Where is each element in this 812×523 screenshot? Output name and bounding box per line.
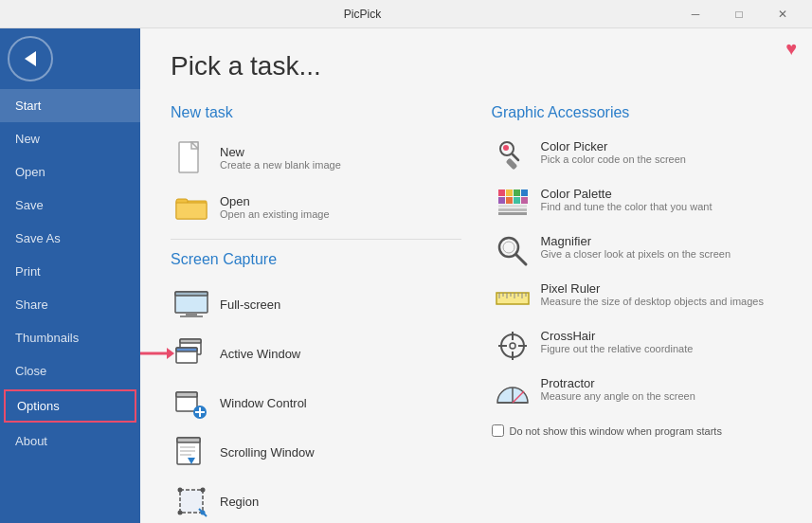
fullscreen-icon [174, 287, 208, 321]
svg-point-60 [510, 343, 515, 349]
sidebar-item-save[interactable]: Save [0, 189, 140, 222]
maximize-button[interactable]: □ [717, 0, 761, 28]
task-new-text: New Create a new blank image [220, 145, 341, 171]
red-arrow-indicator [140, 343, 174, 364]
left-column: New task New Create a new blank image [171, 104, 461, 523]
active-window-icon [174, 336, 208, 370]
svg-point-28 [201, 488, 206, 493]
task-window-control-text: Window Control [220, 396, 307, 410]
sidebar-item-thumbnails[interactable]: Thumbnails [0, 321, 140, 354]
svg-rect-37 [506, 189, 513, 196]
task-item-active-window[interactable]: Active Window [171, 329, 461, 378]
color-picker-text: Color Picker Pick a color code on the sc… [541, 139, 686, 165]
svg-rect-43 [521, 197, 528, 204]
crosshair-icon [496, 329, 530, 363]
task-item-new[interactable]: New Create a new blank image [171, 133, 461, 182]
color-palette-text: Color Palette Find and tune the color th… [541, 187, 713, 212]
acc-item-color-palette[interactable]: Color Palette Find and tune the color th… [492, 180, 783, 227]
svg-rect-12 [176, 348, 197, 352]
scrolling-window-icon [174, 435, 208, 469]
svg-rect-4 [176, 203, 207, 219]
acc-item-color-picker[interactable]: Color Picker Pick a color code on the sc… [492, 133, 783, 180]
main-layout: Start New Open Save Save As Print Share … [0, 28, 812, 523]
svg-point-29 [178, 511, 183, 515]
color-palette-icon [496, 187, 530, 221]
pixel-ruler-icon [496, 281, 530, 316]
two-column-layout: New task New Create a new blank image [171, 104, 782, 523]
protractor-icon [496, 376, 530, 410]
svg-rect-41 [506, 197, 513, 204]
svg-point-48 [503, 242, 514, 253]
pixel-ruler-text: Pixel Ruler Measure the size of desktop … [541, 281, 764, 307]
window-controls: ─ □ ✕ [674, 0, 804, 28]
task-fullscreen-text: Full-screen [220, 298, 280, 312]
svg-point-27 [178, 488, 183, 493]
sidebar-item-start[interactable]: Start [0, 89, 140, 122]
color-picker-icon [496, 139, 530, 173]
svg-rect-6 [175, 292, 208, 296]
svg-rect-10 [180, 339, 201, 343]
svg-rect-42 [514, 197, 520, 204]
right-column: Graphic Accessories Color Picker Pick [492, 104, 783, 523]
svg-marker-14 [167, 348, 174, 359]
section-divider [171, 239, 461, 240]
sidebar-item-about[interactable]: About [0, 424, 140, 458]
close-button[interactable]: ✕ [761, 0, 804, 28]
sidebar: Start New Open Save Save As Print Share … [0, 28, 140, 523]
sidebar-item-close[interactable]: Close [0, 354, 140, 388]
task-item-window-control[interactable]: Window Control [171, 378, 461, 427]
svg-rect-39 [521, 189, 528, 196]
svg-rect-46 [498, 212, 527, 215]
task-active-window-text: Active Window [220, 347, 300, 361]
open-folder-icon [174, 189, 208, 224]
titlebar: PicPick ─ □ ✕ [0, 0, 812, 28]
svg-line-34 [513, 154, 518, 160]
svg-rect-8 [180, 316, 203, 317]
svg-line-49 [516, 255, 526, 264]
sidebar-item-print[interactable]: Print [0, 255, 140, 288]
svg-rect-45 [498, 208, 527, 211]
back-arrow-icon [25, 51, 36, 66]
do-not-show-checkbox-row[interactable]: Do not show this window when program sta… [492, 424, 783, 437]
new-task-section-title: New task [171, 104, 461, 121]
acc-item-magnifier[interactable]: Magnifier Give a closer look at pixels o… [492, 227, 783, 275]
sidebar-item-options[interactable]: Options [4, 389, 136, 423]
screen-capture-section-title: Screen Capture [171, 251, 461, 268]
sidebar-item-share[interactable]: Share [0, 288, 140, 321]
task-item-open[interactable]: Open Open an existing image [171, 182, 461, 231]
sidebar-item-save-as[interactable]: Save As [0, 222, 140, 255]
protractor-text: Protractor Measure any angle on the scre… [541, 376, 695, 402]
acc-item-pixel-ruler[interactable]: Pixel Ruler Measure the size of desktop … [492, 275, 783, 322]
region-icon [174, 484, 208, 518]
svg-rect-36 [498, 189, 505, 196]
graphic-accessories-section-title: Graphic Accessories [492, 104, 783, 121]
do-not-show-checkbox[interactable] [492, 424, 504, 437]
svg-rect-16 [176, 392, 197, 397]
task-scrolling-window-text: Scrolling Window [220, 445, 315, 460]
task-region-text: Region [220, 495, 259, 509]
sidebar-item-new[interactable]: New [0, 122, 140, 155]
svg-rect-40 [498, 197, 505, 204]
svg-rect-44 [498, 205, 527, 207]
heart-icon: ♥ [785, 38, 797, 60]
task-item-fullscreen[interactable]: Full-screen [171, 280, 461, 329]
new-file-icon [174, 140, 208, 174]
acc-item-crosshair[interactable]: CrossHair Figure out the relative coordi… [492, 322, 783, 370]
magnifier-text: Magnifier Give a closer look at pixels o… [541, 234, 731, 260]
page-title: Pick a task... [171, 51, 782, 81]
svg-rect-38 [514, 189, 520, 196]
magnifier-icon [496, 234, 530, 268]
task-open-text: Open Open an existing image [220, 194, 330, 220]
svg-point-35 [503, 145, 509, 151]
sidebar-item-open[interactable]: Open [0, 155, 140, 189]
minimize-button[interactable]: ─ [674, 0, 717, 28]
task-item-region[interactable]: Region [171, 477, 461, 523]
svg-rect-32 [505, 158, 517, 171]
svg-rect-50 [496, 293, 529, 304]
crosshair-text: CrossHair Figure out the relative coordi… [541, 329, 694, 354]
back-button[interactable] [8, 36, 53, 81]
acc-item-protractor[interactable]: Protractor Measure any angle on the scre… [492, 370, 783, 417]
window-control-icon [174, 386, 208, 420]
task-item-scrolling-window[interactable]: Scrolling Window [171, 427, 461, 477]
do-not-show-label: Do not show this window when program sta… [510, 425, 722, 437]
